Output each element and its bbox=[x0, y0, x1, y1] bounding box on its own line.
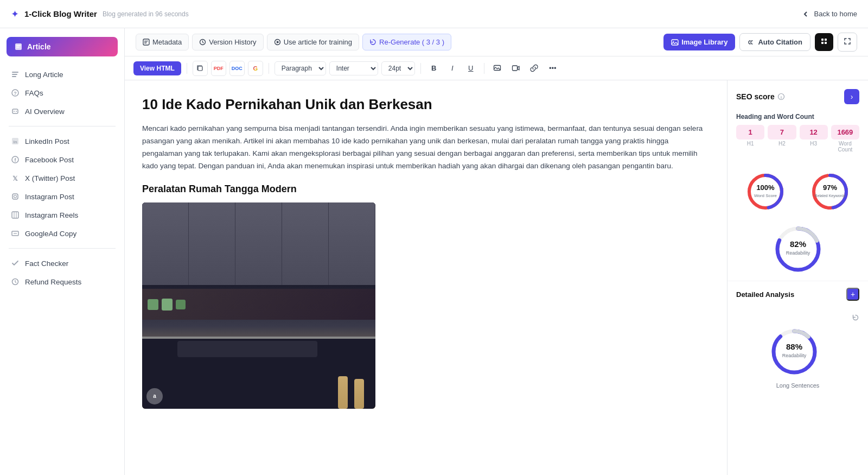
sidebar-item-instagram-reels[interactable]: Instagram Reels bbox=[0, 206, 124, 224]
logo-icon: ✦ bbox=[11, 8, 19, 20]
svg-rect-8 bbox=[12, 109, 18, 113]
svg-text:97%: 97% bbox=[823, 183, 837, 192]
sidebar-item-long-article[interactable]: Long Article bbox=[0, 65, 124, 84]
svg-rect-4 bbox=[12, 74, 17, 75]
svg-text:in: in bbox=[13, 140, 17, 144]
metadata-button[interactable]: Metadata bbox=[136, 34, 189, 50]
underline-button[interactable]: U bbox=[463, 61, 478, 76]
generation-subtitle: Blog generated in 96 seconds bbox=[103, 10, 189, 18]
article-editor[interactable]: 10 Ide Kado Pernikahan Unik dan Berkesan… bbox=[125, 80, 727, 475]
pdf-tool-button[interactable]: PDF bbox=[211, 61, 226, 76]
grid-icon bbox=[820, 37, 828, 45]
font-select[interactable]: Inter bbox=[329, 61, 378, 75]
sidebar-item-linkedin[interactable]: in LinkedIn Post bbox=[0, 132, 124, 150]
back-to-home[interactable]: Back to home bbox=[801, 10, 858, 18]
instagram-icon bbox=[11, 192, 20, 201]
auto-citation-label: Auto Citation bbox=[758, 38, 802, 46]
view-html-button[interactable]: View HTML bbox=[133, 61, 181, 75]
h3-count-badge: 12 bbox=[800, 125, 828, 140]
da-title: Detailed Analysis bbox=[736, 290, 794, 299]
svg-text:Readability: Readability bbox=[786, 250, 810, 256]
linkedin-label: LinkedIn Post bbox=[25, 137, 69, 145]
sidebar-item-refund[interactable]: Refund Requests bbox=[0, 273, 124, 291]
back-label: Back to home bbox=[814, 10, 858, 18]
svg-rect-35 bbox=[821, 42, 824, 44]
h3-label: H3 bbox=[800, 140, 828, 148]
seo-title-text: SEO score bbox=[736, 92, 775, 101]
training-icon bbox=[274, 39, 281, 46]
sidebar-item-instagram[interactable]: Instagram Post bbox=[0, 187, 124, 206]
app-name: 1-Click Blog Writer bbox=[24, 9, 97, 18]
ai-overview-label: AI Overview bbox=[25, 107, 65, 116]
insert-link-button[interactable] bbox=[527, 61, 542, 76]
article-title: 10 Ide Kado Pernikahan Unik dan Berkesan bbox=[142, 96, 710, 114]
sidebar-item-faqs[interactable]: ? FAQs bbox=[0, 84, 124, 102]
article-label: Article bbox=[27, 42, 51, 51]
citation-icon bbox=[748, 39, 755, 46]
seo-circles-row-1: 100% Word Score 97% Related Keywords bbox=[727, 166, 868, 222]
sidebar-item-article[interactable]: Article bbox=[7, 37, 118, 56]
svg-rect-31 bbox=[672, 40, 678, 45]
image-icon bbox=[671, 39, 679, 46]
separator-1 bbox=[187, 63, 187, 74]
h2-label: H2 bbox=[768, 140, 796, 148]
readability-2-section: 88% Readability Long Sentences bbox=[727, 314, 868, 393]
instagram-label: Instagram Post bbox=[25, 193, 74, 201]
svg-text:Word Score: Word Score bbox=[754, 193, 777, 198]
article-kitchen-image: a bbox=[142, 202, 375, 409]
content-area: 10 Ide Kado Pernikahan Unik dan Berkesan… bbox=[125, 80, 868, 475]
svg-text:88%: 88% bbox=[786, 342, 802, 351]
lines-icon bbox=[11, 70, 20, 79]
sidebar-item-googlead[interactable]: GoogleAd Copy bbox=[0, 224, 124, 243]
watermark: a bbox=[146, 388, 163, 404]
sidebar-item-facebook[interactable]: f Facebook Post bbox=[0, 150, 124, 169]
faqs-label: FAQs bbox=[25, 89, 43, 97]
metadata-icon bbox=[143, 39, 150, 46]
seo-header: SEO score i › bbox=[727, 80, 868, 113]
svg-point-9 bbox=[14, 111, 15, 112]
insert-video-button[interactable] bbox=[508, 61, 524, 76]
readability-circle-svg: 82% Readability bbox=[771, 222, 825, 276]
more-options-button[interactable]: ••• bbox=[545, 61, 560, 76]
regenerate-icon bbox=[369, 39, 376, 46]
fact-checker-label: Fact Checker bbox=[25, 259, 68, 268]
extra-icon-button[interactable] bbox=[815, 33, 833, 51]
detailed-analysis-expand-button[interactable]: + bbox=[846, 288, 859, 301]
info-icon: i bbox=[777, 93, 785, 100]
svg-rect-2 bbox=[16, 47, 20, 48]
sidebar-divider-1 bbox=[9, 126, 116, 126]
bold-button[interactable]: B bbox=[426, 61, 442, 76]
insert-image-button[interactable] bbox=[490, 61, 505, 76]
svg-text:Related Keywords: Related Keywords bbox=[815, 194, 846, 198]
size-select[interactable]: 24pt bbox=[381, 61, 415, 75]
hwc-title: Heading and Word Count bbox=[736, 113, 859, 121]
google-tool-button[interactable]: G bbox=[248, 61, 263, 76]
svg-rect-34 bbox=[825, 39, 827, 41]
svg-rect-33 bbox=[821, 39, 824, 41]
svg-rect-16 bbox=[12, 194, 18, 199]
doc-tool-button[interactable]: DOC bbox=[229, 61, 245, 76]
expand-button[interactable] bbox=[838, 33, 857, 52]
expand-icon bbox=[844, 37, 851, 45]
refresh-button[interactable] bbox=[852, 314, 859, 323]
sidebar-item-fact-checker[interactable]: Fact Checker bbox=[0, 254, 124, 273]
heading-word-count-section: Heading and Word Count 1 H1 7 H2 12 H3 bbox=[727, 113, 868, 166]
refund-label: Refund Requests bbox=[25, 278, 81, 286]
h1-count-badge: 1 bbox=[736, 125, 764, 140]
paragraph-select[interactable]: Paragraph bbox=[275, 61, 326, 75]
copy-tool-button[interactable] bbox=[193, 61, 208, 76]
regenerate-button[interactable]: Re-Generate ( 3 / 3 ) bbox=[362, 34, 451, 50]
use-training-button[interactable]: Use article for training bbox=[267, 34, 359, 50]
main-layout: Article Long Article ? FAQs AI Overview … bbox=[0, 28, 868, 475]
sidebar-item-x-twitter[interactable]: 𝕏 X (Twitter) Post bbox=[0, 169, 124, 187]
image-library-button[interactable]: Image Library bbox=[663, 34, 735, 50]
version-history-button[interactable]: Version History bbox=[192, 34, 263, 50]
hwc-badges-row: 1 H1 7 H2 12 H3 1669 Wor bbox=[736, 125, 859, 154]
svg-text:?: ? bbox=[14, 91, 17, 96]
reels-icon bbox=[11, 211, 20, 219]
sidebar-item-ai-overview[interactable]: AI Overview bbox=[0, 102, 124, 121]
svg-text:f: f bbox=[15, 157, 17, 163]
seo-expand-button[interactable]: › bbox=[844, 89, 859, 104]
italic-button[interactable]: I bbox=[445, 61, 460, 76]
auto-citation-button[interactable]: Auto Citation bbox=[739, 33, 810, 51]
